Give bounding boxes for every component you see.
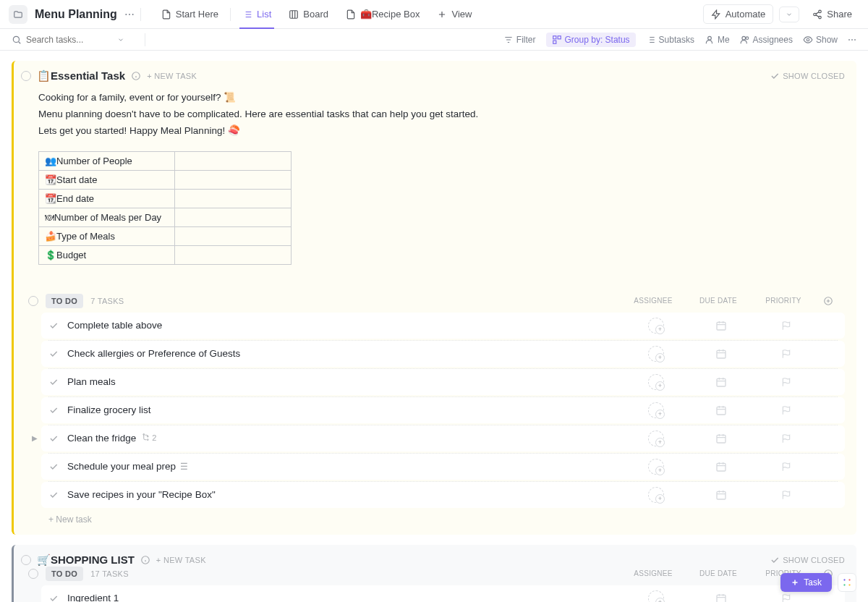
add-column-button[interactable] bbox=[823, 296, 845, 306]
status-circle-icon[interactable] bbox=[28, 296, 38, 306]
assignee-cell[interactable] bbox=[624, 318, 689, 334]
task-check-icon[interactable] bbox=[48, 490, 59, 500]
automate-button[interactable]: Automate bbox=[703, 4, 774, 24]
task-row[interactable]: ▶ Clean the fridge2 bbox=[41, 425, 845, 452]
assignee-add-icon[interactable] bbox=[648, 374, 664, 390]
expand-caret-icon[interactable]: ▶ bbox=[32, 434, 38, 442]
apps-fab[interactable] bbox=[838, 573, 856, 592]
planning-table[interactable]: 👥Number of People📆Start date📆End date🍽Nu… bbox=[38, 151, 292, 265]
section-title[interactable]: 🛒SHOPPING LIST bbox=[37, 554, 135, 567]
assignee-add-icon[interactable] bbox=[648, 487, 664, 503]
share-button[interactable]: Share bbox=[805, 5, 859, 23]
priority-cell[interactable] bbox=[754, 459, 819, 475]
status-badge[interactable]: TO DO bbox=[46, 294, 83, 308]
task-row[interactable]: Schedule your meal prep☰ bbox=[41, 454, 845, 480]
task-name[interactable]: Schedule your meal prep☰ bbox=[67, 461, 624, 472]
col-header[interactable]: ASSIGNEE bbox=[621, 297, 686, 305]
col-header[interactable]: DUE DATE bbox=[686, 569, 751, 577]
due-date-cell[interactable] bbox=[689, 374, 754, 390]
title-more-icon[interactable]: ⋯ bbox=[122, 9, 137, 20]
table-row[interactable]: 📆End date bbox=[39, 189, 292, 208]
automate-chevron-button[interactable] bbox=[779, 7, 799, 22]
task-name[interactable]: Plan meals bbox=[67, 376, 624, 387]
group-by-button[interactable]: Group by: Status bbox=[546, 33, 636, 47]
search-input[interactable] bbox=[26, 35, 113, 45]
assignee-add-icon[interactable] bbox=[648, 402, 664, 418]
task-row[interactable]: Check allergies or Preference of Guests bbox=[41, 341, 845, 367]
task-check-icon[interactable] bbox=[48, 321, 59, 331]
view-tab-board[interactable]: Board bbox=[280, 0, 337, 29]
due-date-cell[interactable] bbox=[689, 590, 754, 602]
assignee-cell[interactable] bbox=[624, 431, 689, 446]
task-row[interactable]: Finalize grocery list bbox=[41, 397, 845, 423]
priority-cell[interactable] bbox=[754, 590, 819, 602]
section-title[interactable]: 📋Essential Task bbox=[37, 69, 125, 82]
view-tab-starthere[interactable]: Start Here bbox=[153, 0, 227, 29]
task-check-icon[interactable] bbox=[48, 462, 59, 472]
assignee-cell[interactable] bbox=[624, 374, 689, 390]
show-closed-button[interactable]: SHOW CLOSED bbox=[770, 71, 845, 81]
task-name[interactable]: Check allergies or Preference of Guests bbox=[67, 348, 624, 359]
description-icon[interactable]: ☰ bbox=[180, 462, 188, 472]
task-check-icon[interactable] bbox=[48, 349, 59, 359]
new-task-fab[interactable]: Task bbox=[780, 573, 832, 592]
task-name[interactable]: Save recipes in your "Recipe Box" bbox=[67, 489, 624, 500]
info-icon[interactable] bbox=[131, 71, 141, 81]
task-name[interactable]: Clean the fridge2 bbox=[67, 433, 624, 444]
priority-cell[interactable] bbox=[754, 346, 819, 362]
status-circle-icon[interactable] bbox=[21, 555, 31, 565]
col-header[interactable]: ASSIGNEE bbox=[621, 569, 686, 577]
assignee-add-icon[interactable] bbox=[648, 431, 664, 446]
assignees-button[interactable]: Assignees bbox=[740, 35, 793, 45]
status-circle-icon[interactable] bbox=[28, 569, 38, 579]
show-closed-button[interactable]: SHOW CLOSED bbox=[770, 555, 845, 565]
filter-button[interactable]: Filter bbox=[503, 35, 536, 45]
due-date-cell[interactable] bbox=[689, 346, 754, 362]
priority-cell[interactable] bbox=[754, 318, 819, 334]
info-icon[interactable] bbox=[140, 555, 150, 565]
assignee-cell[interactable] bbox=[624, 590, 689, 602]
task-name[interactable]: Ingredient 1 bbox=[67, 593, 624, 602]
priority-cell[interactable] bbox=[754, 374, 819, 390]
assignee-add-icon[interactable] bbox=[648, 459, 664, 475]
priority-cell[interactable] bbox=[754, 431, 819, 446]
subtask-count[interactable]: 2 bbox=[142, 433, 156, 442]
table-row[interactable]: 🍽Number of Meals per Day bbox=[39, 208, 292, 226]
task-name[interactable]: Complete table above bbox=[67, 320, 624, 331]
task-check-icon[interactable] bbox=[48, 405, 59, 415]
assignee-add-icon[interactable] bbox=[648, 590, 664, 602]
new-task-header-button[interactable]: + NEW TASK bbox=[147, 72, 197, 80]
view-tab-recipebox[interactable]: 🧰Recipe Box bbox=[337, 0, 428, 29]
more-icon[interactable]: ⋯ bbox=[848, 35, 856, 45]
task-row[interactable]: Ingredient 1 bbox=[41, 585, 845, 602]
status-circle-icon[interactable] bbox=[21, 71, 31, 81]
show-button[interactable]: Show bbox=[803, 35, 838, 45]
task-row[interactable]: Plan meals bbox=[41, 369, 845, 395]
assignee-add-icon[interactable] bbox=[648, 318, 664, 334]
task-check-icon[interactable] bbox=[48, 377, 59, 387]
search-box[interactable] bbox=[12, 35, 142, 45]
chevron-down-icon[interactable] bbox=[117, 36, 124, 43]
col-header[interactable]: DUE DATE bbox=[686, 297, 751, 305]
view-tab-view[interactable]: View bbox=[428, 0, 480, 29]
task-row[interactable]: Complete table above bbox=[41, 313, 845, 339]
assignee-cell[interactable] bbox=[624, 487, 689, 503]
task-check-icon[interactable] bbox=[48, 593, 59, 602]
assignee-add-icon[interactable] bbox=[648, 346, 664, 362]
due-date-cell[interactable] bbox=[689, 431, 754, 446]
priority-cell[interactable] bbox=[754, 402, 819, 418]
due-date-cell[interactable] bbox=[689, 318, 754, 334]
table-row[interactable]: 💲Budget bbox=[39, 245, 292, 264]
due-date-cell[interactable] bbox=[689, 402, 754, 418]
table-row[interactable]: 📆Start date bbox=[39, 170, 292, 189]
subtasks-button[interactable]: Subtasks bbox=[646, 35, 694, 45]
folder-icon[interactable] bbox=[9, 5, 27, 24]
new-task-row[interactable]: + New task bbox=[21, 510, 845, 525]
table-row[interactable]: 👥Number of People bbox=[39, 151, 292, 170]
task-name[interactable]: Finalize grocery list bbox=[67, 404, 624, 415]
status-badge[interactable]: TO DO bbox=[46, 567, 83, 581]
assignee-cell[interactable] bbox=[624, 459, 689, 475]
priority-cell[interactable] bbox=[754, 487, 819, 503]
due-date-cell[interactable] bbox=[689, 487, 754, 503]
new-task-header-button[interactable]: + NEW TASK bbox=[156, 556, 206, 564]
